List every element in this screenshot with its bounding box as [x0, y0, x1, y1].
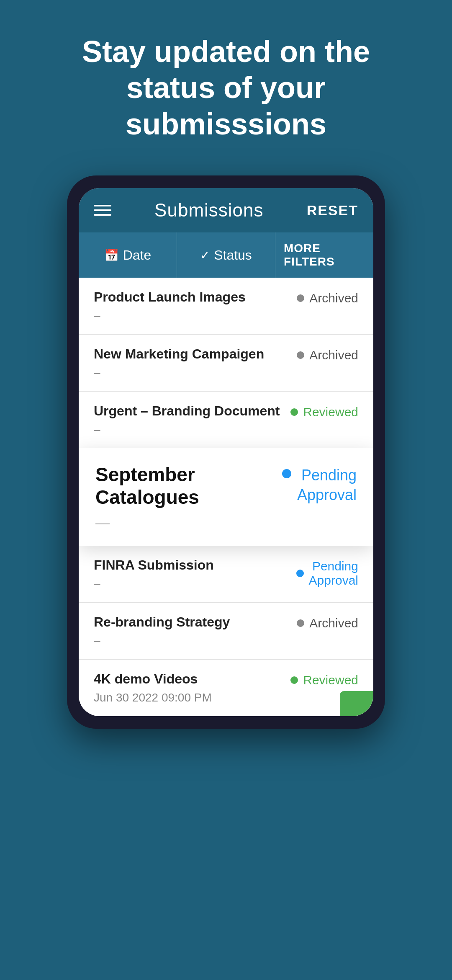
- featured-status-label: Pending Approval: [297, 466, 357, 505]
- submission-name-6: 4K demo Videos: [94, 671, 290, 687]
- date-filter-tab[interactable]: 📅 Date: [79, 232, 177, 278]
- status-dot-4: [296, 570, 304, 577]
- status-dot-2: [297, 351, 304, 359]
- submission-name-1: Product Launch Images: [94, 289, 297, 305]
- status-dot-6: [290, 676, 298, 684]
- more-filters-tab[interactable]: MORE FILTERS: [275, 232, 373, 278]
- featured-left: September Catalogues —: [95, 463, 282, 531]
- submission-status-6: Reviewed: [290, 671, 358, 687]
- status-label-1: Archived: [309, 291, 358, 305]
- submission-date-6: Jun 30 2022 09:00 PM: [94, 691, 290, 704]
- submission-left-4: FINRA Submission –: [94, 557, 296, 591]
- status-dot-5: [297, 619, 304, 627]
- hero-title: Stay updated on the status of your submi…: [46, 34, 406, 142]
- submission-item-1[interactable]: Product Launch Images – Archived: [79, 278, 373, 335]
- check-icon: ✓: [200, 248, 210, 262]
- submission-left-6: 4K demo Videos Jun 30 2022 09:00 PM: [94, 671, 290, 704]
- submission-status-1: Archived: [297, 289, 358, 305]
- submission-left-1: Product Launch Images –: [94, 289, 297, 322]
- status-dot-1: [297, 294, 304, 302]
- status-label-5: Archived: [309, 616, 358, 630]
- submission-item-6[interactable]: 4K demo Videos Jun 30 2022 09:00 PM Revi…: [79, 660, 373, 716]
- green-corner-accent: [340, 691, 373, 716]
- status-dot-3: [290, 408, 298, 416]
- status-filter-tab[interactable]: ✓ Status: [177, 232, 275, 278]
- submissions-list-top: Product Launch Images – Archived New Mar…: [79, 278, 373, 448]
- status-label-4: Pending Approval: [309, 559, 358, 588]
- featured-date: —: [95, 514, 282, 531]
- submission-item-3[interactable]: Urgent – Branding Document – Reviewed: [79, 392, 373, 448]
- status-label-3: Reviewed: [303, 405, 358, 419]
- filter-bar: 📅 Date ✓ Status MORE FILTERS: [79, 232, 373, 278]
- submission-left-3: Urgent – Branding Document –: [94, 403, 290, 436]
- app-header: Submissions RESET: [79, 188, 373, 232]
- submission-status-3: Reviewed: [290, 403, 358, 419]
- featured-card[interactable]: September Catalogues — Pending Approval: [79, 448, 373, 546]
- submissions-list-bottom: FINRA Submission – Pending Approval Re-b…: [79, 546, 373, 716]
- submission-left-2: New Marketing Campaigen –: [94, 346, 297, 379]
- hamburger-icon[interactable]: [94, 205, 111, 216]
- submission-date-5: –: [94, 634, 297, 647]
- more-filters-label: MORE FILTERS: [284, 242, 365, 268]
- submission-date-4: –: [94, 577, 296, 591]
- featured-status: Pending Approval: [282, 463, 357, 505]
- calendar-icon: 📅: [104, 248, 119, 262]
- submission-name-4: FINRA Submission: [94, 557, 296, 573]
- phone-frame: Submissions RESET 📅 Date ✓ Status MORE F…: [67, 175, 385, 729]
- phone-screen: Submissions RESET 📅 Date ✓ Status MORE F…: [79, 188, 373, 716]
- submission-name-5: Re-branding Strategy: [94, 614, 297, 630]
- status-label-6: Reviewed: [303, 673, 358, 687]
- submission-name-3: Urgent – Branding Document: [94, 403, 290, 419]
- submission-date-1: –: [94, 309, 297, 322]
- submission-left-5: Re-branding Strategy –: [94, 614, 297, 647]
- submission-status-5: Archived: [297, 614, 358, 630]
- app-title: Submissions: [154, 200, 263, 221]
- status-label-2: Archived: [309, 348, 358, 362]
- submission-item-5[interactable]: Re-branding Strategy – Archived: [79, 603, 373, 660]
- submission-status-2: Archived: [297, 346, 358, 362]
- submission-date-2: –: [94, 366, 297, 379]
- featured-name: September Catalogues: [95, 463, 282, 508]
- submission-item-4[interactable]: FINRA Submission – Pending Approval: [79, 546, 373, 603]
- status-filter-label: Status: [214, 248, 252, 263]
- submission-status-4: Pending Approval: [296, 557, 358, 588]
- reset-button[interactable]: RESET: [307, 202, 358, 219]
- submission-date-3: –: [94, 423, 290, 436]
- date-filter-label: Date: [123, 248, 152, 263]
- submission-name-2: New Marketing Campaigen: [94, 346, 297, 362]
- submission-item-2[interactable]: New Marketing Campaigen – Archived: [79, 335, 373, 392]
- featured-status-dot: [282, 469, 291, 478]
